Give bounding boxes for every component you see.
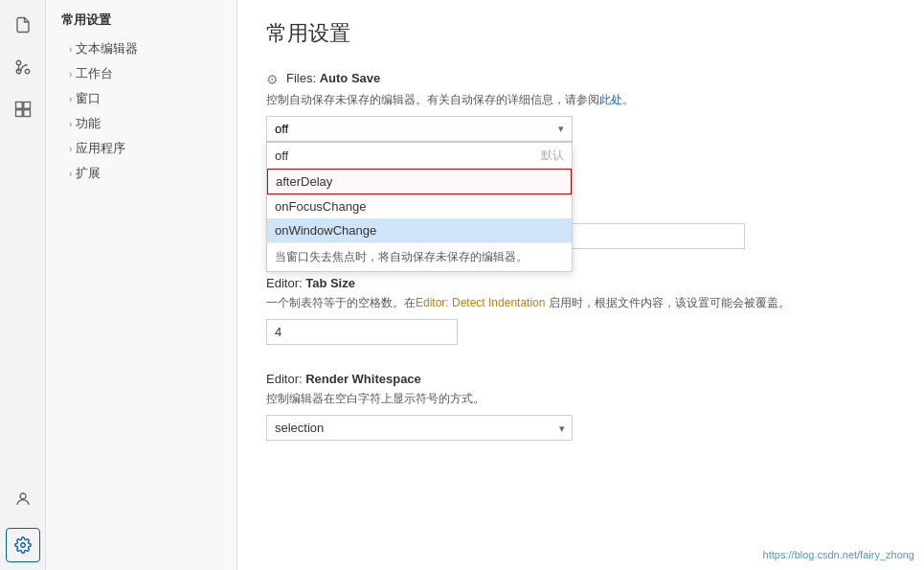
tab-size-input[interactable] [266,319,458,345]
render-whitespace-dropdown[interactable]: none boundary selection trailing all [266,415,573,441]
watermark: https://blog.csdn.net/fairy_zhong [763,549,914,560]
chevron-icon: › [69,44,72,55]
activity-bar [0,0,46,570]
svg-rect-4 [23,103,30,109]
sidebar-item-workbench[interactable]: › 工作台 [46,61,237,86]
sidebar-item-window[interactable]: › 窗口 [46,86,237,111]
sidebar-item-application[interactable]: › 应用程序 [46,136,237,161]
render-whitespace-setting: Editor: Render Whitespace 控制编辑器在空白字符上显示符… [266,372,895,441]
popup-desc: 当窗口失去焦点时，将自动保存未保存的编辑器。 [267,242,572,271]
extensions-icon[interactable] [6,92,40,126]
option-afterdelay[interactable]: afterDelay [267,169,572,194]
settings-icon[interactable] [6,528,40,562]
auto-save-dropdown[interactable]: off ▾ [266,116,573,142]
chevron-icon: › [69,69,72,80]
sidebar-item-features[interactable]: › 功能 [46,111,237,136]
auto-save-link[interactable]: 此处 [599,93,622,106]
option-onwindowchange[interactable]: onWindowChange [267,218,572,242]
auto-save-desc: 控制自动保存未保存的编辑器。有关自动保存的详细信息，请参阅此处。 [266,91,895,108]
svg-rect-3 [15,103,22,109]
gear-icon: ⚙ [266,72,279,87]
render-whitespace-desc: 控制编辑器在空白字符上显示符号的方式。 [266,390,895,407]
svg-point-0 [25,69,30,74]
render-whitespace-title: Editor: Render Whitespace [266,372,895,386]
chevron-icon: › [69,144,72,154]
auto-save-value: off [275,122,288,136]
chevron-icon: › [69,94,72,104]
git-icon[interactable] [6,50,40,84]
svg-point-8 [20,543,25,548]
page-title: 常用设置 [266,19,895,48]
auto-save-popup: off 默认 afterDelay onFocusChange onWindow… [266,142,573,272]
sidebar-title: 常用设置 [46,11,237,36]
chevron-icon: › [69,169,72,179]
chevron-icon: › [69,119,72,129]
render-whitespace-dropdown-wrapper: none boundary selection trailing all ▾ [266,415,573,441]
tab-size-title: Editor: Tab Size [266,276,895,290]
sidebar-item-text-editor[interactable]: › 文本编辑器 [46,36,237,61]
account-icon[interactable] [6,482,40,516]
auto-save-setting: ⚙ Files: Auto Save 控制自动保存未保存的编辑器。有关自动保存的… [266,71,895,142]
svg-rect-5 [15,110,22,117]
tab-size-setting: Editor: Tab Size 一个制表符等于的空格数。在Editor: De… [266,276,895,345]
auto-save-dropdown-wrapper: off ▾ off 默认 afterDelay onFocusChange on… [266,116,573,142]
sidebar-item-extensions[interactable]: › 扩展 [46,161,237,186]
svg-rect-6 [23,110,30,117]
auto-save-header: ⚙ Files: Auto Save [266,71,895,87]
dropdown-arrow-icon: ▾ [558,123,564,135]
svg-point-1 [16,60,21,65]
tab-size-desc: 一个制表符等于的空格数。在Editor: Detect Indentation … [266,294,895,311]
main-content: 常用设置 ⚙ Files: Auto Save 控制自动保存未保存的编辑器。有关… [237,0,924,570]
sidebar: 常用设置 › 文本编辑器 › 工作台 › 窗口 › 功能 › 应用程序 › 扩展 [46,0,237,570]
auto-save-title: Files: Auto Save [286,71,380,85]
option-off[interactable]: off 默认 [267,143,572,169]
svg-point-7 [20,493,26,499]
files-icon[interactable] [6,8,40,42]
option-onfocuschange[interactable]: onFocusChange [267,194,572,218]
